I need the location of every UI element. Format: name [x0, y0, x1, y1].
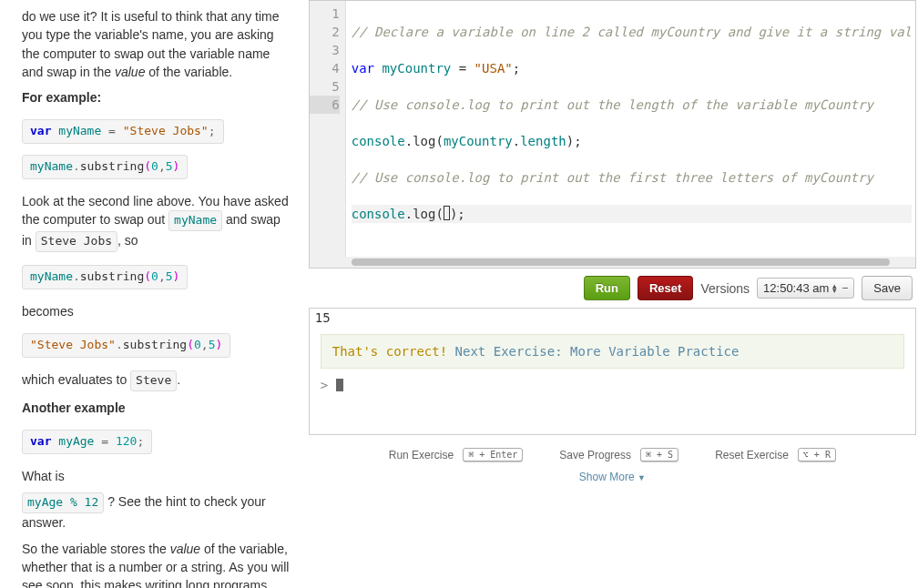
mod-line: myAge % 12 ? See the hint to check your … — [22, 492, 292, 532]
console-value: 15 — [310, 309, 915, 327]
intro-em: value — [115, 65, 145, 79]
console-cursor — [336, 379, 343, 391]
console-prompt[interactable]: > — [310, 376, 915, 394]
show-more-link[interactable]: Show More ▼ — [309, 465, 916, 489]
inline-code-stevejobs: Steve Jobs — [36, 231, 117, 252]
console-output[interactable]: 15 That's correct! Next Exercise: More V… — [309, 308, 916, 435]
whatis-text: What is — [22, 467, 292, 485]
look-line: Look at the second line above. You have … — [22, 192, 292, 252]
reset-button[interactable]: Reset — [638, 276, 693, 300]
editor-gutter: 1 2 3 4 5 6 — [310, 1, 346, 257]
shortcut-save-key: ⌘ + S — [640, 448, 678, 461]
versions-select[interactable]: 12:50:43 am ▴▾ — [757, 278, 854, 299]
shortcut-reset-label: Reset Exercise — [715, 449, 789, 461]
run-button[interactable]: Run — [584, 276, 630, 300]
console-success-message: That's correct! Next Exercise: More Vari… — [321, 334, 904, 369]
editor-h-scrollbar-thumb[interactable] — [352, 259, 890, 266]
editor-cursor — [444, 206, 450, 220]
code-example-5: var myAge = 120; — [22, 430, 152, 454]
inline-code-steve: Steve — [130, 370, 177, 391]
intro-tail: of the variable. — [145, 65, 232, 79]
shortcuts-bar: Run Exercise ⌘ + Enter Save Progress ⌘ +… — [309, 435, 916, 465]
shortcut-save: Save Progress ⌘ + S — [559, 448, 678, 461]
code-example-2: myName.substring(0,5) — [22, 155, 188, 179]
controls-row: Run Reset Versions 12:50:43 am ▴▾ Save — [309, 269, 916, 308]
shortcut-reset-key: ⌥ + R — [798, 448, 836, 461]
instructions-panel: do we use it? It is useful to think that… — [0, 0, 307, 588]
workspace-panel: 1 2 3 4 5 6 // Declare a variable on lin… — [307, 0, 918, 588]
so-var-text: So the variable stores the value of the … — [22, 540, 292, 588]
becomes-text: becomes — [22, 302, 292, 320]
inline-code-mod: myAge % 12 — [22, 492, 104, 513]
versions-selected-value: 12:50:43 am — [763, 281, 829, 295]
code-example-3: myName.substring(0,5) — [22, 265, 188, 289]
shortcut-run-key: ⌘ + Enter — [463, 448, 523, 461]
inline-code-myname: myName — [168, 210, 222, 231]
next-exercise-link[interactable]: Next Exercise: More Variable Practice — [455, 344, 740, 359]
shortcut-run-label: Run Exercise — [389, 449, 454, 461]
shortcut-run: Run Exercise ⌘ + Enter — [389, 448, 524, 461]
evaluates-text: which evaluates to Steve. — [22, 370, 292, 391]
intro-text: do we use it? It is useful to think that… — [22, 7, 292, 81]
code-editor[interactable]: 1 2 3 4 5 6 // Declare a variable on lin… — [309, 0, 916, 269]
correct-text: That's correct! — [332, 344, 447, 359]
for-example-heading: For example: — [22, 90, 101, 105]
versions-label: Versions — [700, 281, 750, 296]
another-example-heading: Another example — [22, 400, 126, 415]
save-button[interactable]: Save — [862, 276, 913, 300]
chevron-down-icon: ▼ — [638, 473, 646, 482]
shortcut-save-label: Save Progress — [559, 449, 631, 461]
code-example-4: "Steve Jobs".substring(0,5) — [22, 333, 230, 358]
select-arrows-icon: ▴▾ — [832, 284, 837, 293]
code-example-1: var myName = "Steve Jobs"; — [22, 119, 224, 144]
shortcut-reset: Reset Exercise ⌥ + R — [715, 448, 836, 461]
editor-content[interactable]: // Declare a variable on line 2 called m… — [346, 1, 915, 257]
editor-h-scrollbar[interactable] — [310, 257, 915, 268]
